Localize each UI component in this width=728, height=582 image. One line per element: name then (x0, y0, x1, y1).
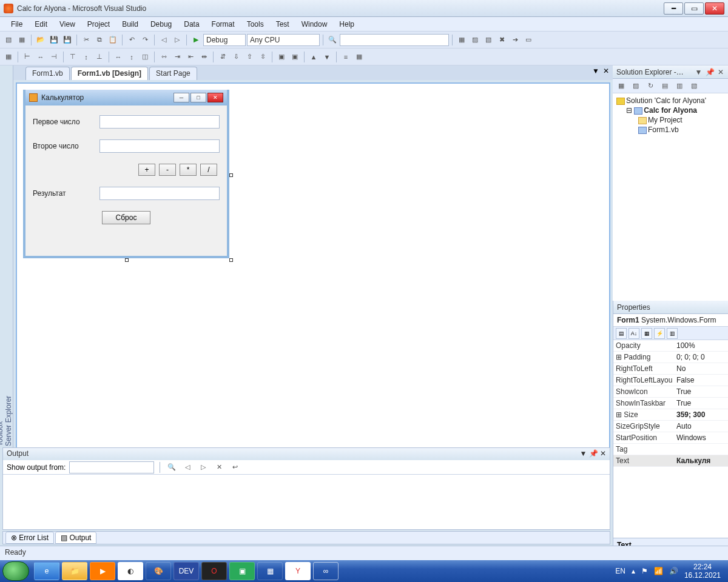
save-all-icon[interactable]: 💾 (61, 34, 73, 46)
tool-icon-4[interactable]: ✖ (496, 34, 508, 46)
tool-icon-6[interactable]: ▭ (522, 34, 534, 46)
properties-grid[interactable]: Opacity100%⊞ Padding0; 0; 0; 0 RightToLe… (613, 340, 728, 538)
panel-close-icon[interactable]: ✕ (600, 449, 606, 458)
platform-dropdown[interactable]: Any CPU (247, 34, 320, 46)
menu-file[interactable]: File (5, 18, 29, 30)
vspace-equal-icon[interactable]: ⇵ (217, 51, 229, 63)
taskbar-player-icon[interactable]: ▶ (90, 562, 115, 580)
send-back-icon[interactable]: ▼ (321, 51, 333, 63)
doc-tab[interactable]: Form1.vb [Design] (71, 67, 148, 80)
events-icon[interactable]: ⚡ (654, 328, 665, 339)
solution-node[interactable]: Solution 'Calc for Alyona' (626, 96, 706, 105)
nav-back-icon[interactable]: ◁ (158, 34, 170, 46)
taskbar-vs-icon[interactable]: ∞ (313, 562, 339, 580)
menu-format[interactable]: Format (206, 18, 241, 30)
doc-tab[interactable]: Start Page (149, 67, 197, 80)
taskbar-paint-icon[interactable]: 🎨 (146, 562, 171, 580)
panel-pin-icon[interactable]: 📌 (706, 68, 715, 76)
prop-page-icon[interactable]: ▥ (667, 328, 678, 339)
out-next-icon[interactable]: ▷ (197, 461, 209, 473)
tool-icon-1[interactable]: ▦ (456, 34, 468, 46)
taskbar-explorer-icon[interactable]: 📁 (62, 562, 87, 580)
tab-menu-icon[interactable]: ▼ (592, 67, 599, 75)
vspace-inc-icon[interactable]: ⇩ (230, 51, 242, 63)
taskbar-camtasia-icon[interactable]: ▣ (229, 562, 255, 580)
tab-order-icon[interactable]: ≡ (340, 51, 352, 63)
paste-icon[interactable]: 📋 (107, 34, 119, 46)
property-row[interactable]: ShowInTaskbarTrue (613, 398, 728, 409)
view-designer-icon[interactable]: ▥ (673, 80, 686, 92)
show-all-icon[interactable]: ▨ (630, 80, 642, 92)
property-row[interactable]: RightToLeftLayouFalse (613, 375, 728, 386)
tool-icon-3[interactable]: ▧ (482, 34, 494, 46)
properties-icon[interactable]: ▦ (615, 80, 627, 92)
property-row[interactable]: ⊞ Size359; 300 (613, 409, 728, 421)
vspace-remove-icon[interactable]: ⇳ (257, 51, 269, 63)
new-project-icon[interactable]: ▧ (2, 34, 15, 46)
resize-handle[interactable] (229, 173, 233, 177)
align-left-icon[interactable]: ⊢ (21, 51, 33, 63)
menu-project[interactable]: Project (81, 18, 116, 30)
taskbar-app-icon[interactable]: ▦ (257, 562, 283, 580)
output-source-dropdown[interactable] (69, 461, 154, 473)
taskbar-ie-icon[interactable]: e (34, 562, 59, 580)
tray-chevron-icon[interactable]: ▴ (632, 567, 635, 575)
tool-icon-2[interactable]: ▨ (469, 34, 481, 46)
tab-close-icon[interactable]: ✕ (603, 67, 609, 75)
panel-dropdown-icon[interactable]: ▼ (695, 68, 703, 76)
vspace-dec-icon[interactable]: ⇧ (243, 51, 255, 63)
view-class-icon[interactable]: ▧ (688, 80, 700, 92)
taskbar-clock[interactable]: 22:24 16.12.2021 (684, 563, 721, 580)
menu-help[interactable]: Help (333, 18, 360, 30)
copy-icon[interactable]: ⧉ (93, 34, 106, 46)
close-button[interactable]: ✕ (705, 2, 724, 15)
design-surface[interactable]: Калькулятор ─ □ ✕ Первое число Второе чи… (16, 82, 610, 449)
find-dropdown[interactable] (340, 34, 449, 46)
menu-debug[interactable]: Debug (144, 18, 178, 30)
hspace-dec-icon[interactable]: ⇤ (184, 51, 197, 63)
server-explorer-tab[interactable]: Server Explorer (4, 70, 13, 446)
find-icon[interactable]: 🔍 (326, 34, 339, 46)
sort-icon[interactable]: A↓ (629, 328, 639, 339)
align-right-icon[interactable]: ⊣ (48, 51, 60, 63)
panel-dropdown-icon[interactable]: ▼ (579, 449, 587, 458)
resize-handle[interactable] (125, 258, 129, 262)
align-grid-icon[interactable]: ▦ (2, 51, 15, 63)
op-button[interactable]: / (200, 164, 217, 176)
op-button[interactable]: * (180, 164, 197, 176)
out-wrap-icon[interactable]: ↩ (229, 461, 241, 473)
language-indicator[interactable]: EN (615, 567, 625, 575)
taskbar-opera-icon[interactable]: O (201, 562, 227, 580)
out-find-icon[interactable]: 🔍 (166, 461, 178, 473)
start-debug-icon[interactable]: ▶ (190, 34, 202, 46)
cut-icon[interactable]: ✂ (80, 34, 92, 46)
menu-data[interactable]: Data (178, 18, 205, 30)
op-button[interactable]: + (138, 164, 155, 176)
op-button[interactable]: - (159, 164, 176, 176)
property-row[interactable]: ShowIconTrue (613, 386, 728, 398)
redo-icon[interactable]: ↷ (139, 34, 151, 46)
tree-item-myproject[interactable]: My Project (648, 116, 682, 124)
panel-close-icon[interactable]: ✕ (718, 68, 724, 76)
panel-pin-icon[interactable]: 📌 (589, 449, 598, 458)
taskbar-chrome-icon[interactable]: ◐ (118, 562, 143, 580)
tab-output[interactable]: ▤ Output (55, 532, 96, 544)
property-row[interactable]: TextКалькуля (613, 455, 728, 467)
start-button[interactable] (2, 561, 29, 581)
align-bottom-icon[interactable]: ⊥ (93, 51, 106, 63)
menu-view[interactable]: View (53, 18, 81, 30)
same-height-icon[interactable]: ↕ (126, 51, 138, 63)
doc-tab[interactable]: Form1.vb (25, 67, 70, 80)
resize-handle[interactable] (229, 258, 233, 262)
menu-test[interactable]: Test (270, 18, 295, 30)
form-designer[interactable]: Калькулятор ─ □ ✕ Первое число Второе чи… (23, 90, 229, 258)
tool-icon-5[interactable]: ➔ (509, 34, 521, 46)
save-icon[interactable]: 💾 (48, 34, 60, 46)
property-row[interactable]: StartPositionWindows (613, 432, 728, 444)
tree-item-form1[interactable]: Form1.vb (648, 125, 679, 134)
taskbar-yandex-icon[interactable]: Y (285, 562, 311, 580)
categorize-icon[interactable]: ▤ (616, 328, 627, 339)
project-node[interactable]: Calc for Alyona (644, 106, 697, 115)
textbox-first-number[interactable] (99, 115, 220, 129)
menu-edit[interactable]: Edit (29, 18, 53, 30)
